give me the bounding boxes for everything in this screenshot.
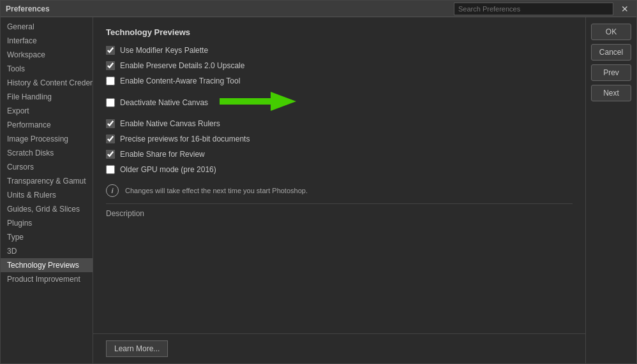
checkbox-2[interactable] <box>106 76 115 85</box>
info-icon: i <box>106 184 119 197</box>
checkbox-label-0[interactable]: Use Modifier Keys Palette <box>120 46 208 55</box>
bottom-area: Learn More... <box>93 333 585 363</box>
checkbox-row-2: Enable Content-Aware Tracing Tool <box>106 76 573 85</box>
preferences-dialog: Preferences ✕ GeneralInterfaceWorkspaceT… <box>0 0 637 364</box>
section-title: Technology Previews <box>106 27 573 37</box>
button-column: OK Cancel Prev Next <box>585 17 636 363</box>
title-bar: Preferences ✕ <box>1 1 636 17</box>
title-bar-right: ✕ <box>454 3 631 15</box>
checkbox-row-7: Older GPU mode (pre 2016) <box>106 165 573 174</box>
checkbox-label-4[interactable]: Enable Native Canvas Rulers <box>120 119 220 128</box>
sidebar-item-type[interactable]: Type <box>1 230 93 244</box>
checkbox-row-0: Use Modifier Keys Palette <box>106 46 573 55</box>
info-row: i Changes will take effect the next time… <box>106 184 573 197</box>
sidebar-item-cursors[interactable]: Cursors <box>1 160 93 174</box>
checkbox-5[interactable] <box>106 135 115 143</box>
sidebar-item-tools[interactable]: Tools <box>1 62 93 76</box>
checkbox-0[interactable] <box>106 46 115 55</box>
close-button[interactable]: ✕ <box>618 4 631 13</box>
cancel-button[interactable]: Cancel <box>591 44 631 61</box>
sidebar-item-performance[interactable]: Performance <box>1 118 93 132</box>
checkbox-label-2[interactable]: Enable Content-Aware Tracing Tool <box>120 76 240 85</box>
sidebar-item-units---rulers[interactable]: Units & Rulers <box>1 188 93 202</box>
checkbox-7[interactable] <box>106 165 115 174</box>
checkbox-row-4: Enable Native Canvas Rulers <box>106 119 573 128</box>
dialog-title: Preferences <box>6 4 50 13</box>
checkbox-label-6[interactable]: Enable Share for Review <box>120 150 205 159</box>
learn-more-button[interactable]: Learn More... <box>106 340 168 357</box>
checkbox-row-3: Deactivate Native Canvas <box>106 92 573 113</box>
sidebar-item-guides--grid---slices[interactable]: Guides, Grid & Slices <box>1 202 93 216</box>
description-label: Description <box>106 209 573 218</box>
main-content: GeneralInterfaceWorkspaceToolsHistory & … <box>1 17 636 363</box>
right-panel: Technology Previews Use Modifier Keys Pa… <box>93 17 585 363</box>
sidebar-item-file-handling[interactable]: File Handling <box>1 90 93 104</box>
checkboxes-container: Use Modifier Keys PaletteEnable Preserve… <box>106 46 573 174</box>
sidebar-item-product-improvement[interactable]: Product Improvement <box>1 272 93 286</box>
sidebar-item-general[interactable]: General <box>1 20 93 34</box>
checkbox-row-1: Enable Preserve Details 2.0 Upscale <box>106 61 573 70</box>
checkbox-label-1[interactable]: Enable Preserve Details 2.0 Upscale <box>120 61 244 70</box>
checkbox-4[interactable] <box>106 119 115 128</box>
sidebar-item-export[interactable]: Export <box>1 104 93 118</box>
ok-button[interactable]: OK <box>591 24 631 40</box>
sidebar-item-transparency---gamut[interactable]: Transparency & Gamut <box>1 174 93 188</box>
green-arrow-icon <box>220 92 296 113</box>
sidebar-item-scratch-disks[interactable]: Scratch Disks <box>1 146 93 160</box>
checkbox-3[interactable] <box>106 98 115 107</box>
sidebar-item-3d[interactable]: 3D <box>1 244 93 258</box>
next-button[interactable]: Next <box>591 85 631 101</box>
info-text: Changes will take effect the next time y… <box>125 187 308 194</box>
search-input[interactable] <box>454 3 613 15</box>
description-section: Description <box>106 203 573 218</box>
checkbox-label-5[interactable]: Precise previews for 16-bit documents <box>120 135 250 143</box>
checkbox-6[interactable] <box>106 150 115 159</box>
checkbox-1[interactable] <box>106 61 115 70</box>
sidebar-item-workspace[interactable]: Workspace <box>1 48 93 62</box>
sidebar-item-image-processing[interactable]: Image Processing <box>1 132 93 146</box>
sidebar-item-technology-previews[interactable]: Technology Previews <box>1 258 93 272</box>
checkbox-label-7[interactable]: Older GPU mode (pre 2016) <box>120 165 216 174</box>
checkbox-row-6: Enable Share for Review <box>106 150 573 159</box>
content-area: Technology Previews Use Modifier Keys Pa… <box>93 17 585 333</box>
sidebar-item-history---content-credentials[interactable]: History & Content Credentials <box>1 76 93 90</box>
sidebar: GeneralInterfaceWorkspaceToolsHistory & … <box>1 17 93 363</box>
checkbox-row-5: Precise previews for 16-bit documents <box>106 135 573 143</box>
prev-button[interactable]: Prev <box>591 64 631 81</box>
checkbox-label-3[interactable]: Deactivate Native Canvas <box>120 98 208 107</box>
sidebar-item-plugins[interactable]: Plugins <box>1 216 93 230</box>
sidebar-item-interface[interactable]: Interface <box>1 34 93 48</box>
svg-marker-0 <box>220 92 296 111</box>
